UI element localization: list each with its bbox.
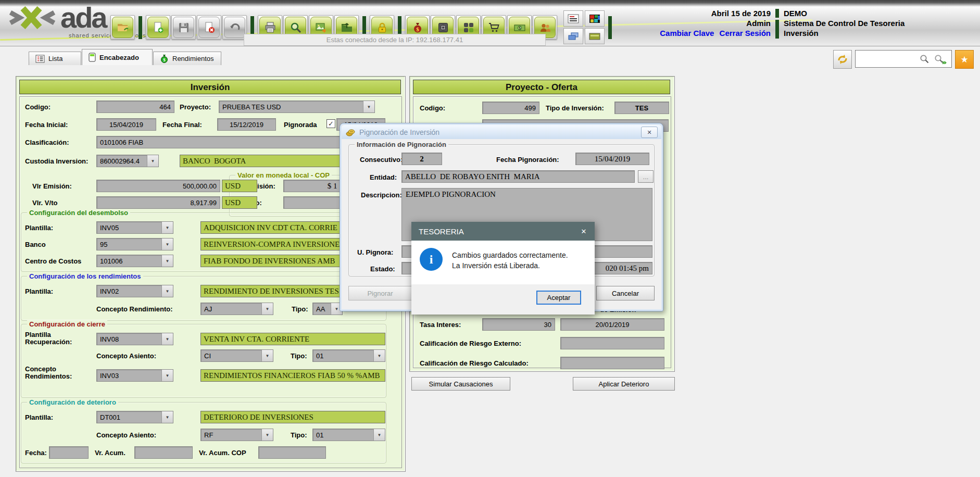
deterioro-concepto-asiento-combo[interactable]: RF▼: [200, 429, 273, 441]
session-right-column: DEMO Sistema De Control De Tesoreria Inv…: [784, 8, 904, 39]
chevron-down-icon[interactable]: ▼: [261, 429, 273, 441]
color-map-button[interactable]: [585, 10, 605, 27]
vr-acum-cop-field[interactable]: [258, 446, 326, 459]
chevron-down-icon[interactable]: ▼: [161, 333, 173, 345]
tab-lista[interactable]: Lista: [29, 52, 81, 65]
messagebox-close-button[interactable]: ✕: [577, 226, 590, 236]
favorite-button[interactable]: ★: [955, 50, 974, 69]
session-divider-bars: [775, 8, 779, 39]
fecha-final-field[interactable]: 15/12/2019: [217, 118, 276, 131]
chevron-down-icon[interactable]: ▼: [261, 303, 273, 315]
fecha-pignoracion-field[interactable]: 15/04/2019: [575, 153, 649, 165]
tasa-interes-field[interactable]: 30: [482, 318, 555, 331]
logout-link[interactable]: Cerrar Sesión: [720, 29, 771, 37]
rendimientos-tipo-combo[interactable]: AA▼: [312, 303, 343, 315]
form-list-icon: [568, 14, 579, 23]
proyecto-combo[interactable]: PRUEBA TES USD▼: [219, 101, 375, 113]
cierre-tipo-combo[interactable]: 01▼: [312, 349, 385, 362]
entidad-browse-button[interactable]: ...: [638, 170, 654, 183]
vr-acum-field[interactable]: [134, 446, 193, 459]
inversion-panel-title: Inversión: [19, 80, 401, 94]
desembolso-group-title: Configuración del desembolso: [27, 209, 130, 217]
open-folder-button[interactable]: [110, 15, 135, 40]
vlr-vto-label: Vlr. V/to: [32, 199, 57, 207]
connection-status: Estas conectado desde la IP: 192.168.177…: [244, 34, 546, 46]
chevron-down-icon[interactable]: ▼: [161, 238, 173, 250]
rendimientos-group-title: Configuración de los rendimientos: [27, 272, 143, 280]
vlr-emision-field[interactable]: 500,000.00: [96, 180, 220, 192]
entidad-field[interactable]: ABELLO DE ROBAYO ENITH MARIA: [401, 170, 635, 183]
chevron-down-icon[interactable]: ▼: [147, 155, 158, 167]
color-map-icon: [589, 14, 600, 23]
custodia-combo[interactable]: 860002964.4▼: [96, 155, 159, 167]
chevron-down-icon[interactable]: ▼: [161, 411, 173, 423]
messagebox-line1: Cambios guardados correctamente.: [452, 250, 568, 260]
riesgo-calculado-label: Calificación de Riesgo Calculado:: [420, 359, 529, 367]
change-password-link[interactable]: Cambiar Clave: [660, 29, 714, 37]
rendimientos-plantilla-combo[interactable]: INV02▼: [96, 285, 173, 297]
form-list-button[interactable]: [563, 10, 583, 27]
cierre-concepto-asiento-combo[interactable]: CI▼: [200, 349, 273, 362]
pignoracion-dialog-titlebar[interactable]: Pignoración de Inversión: [342, 125, 661, 139]
banco-combo[interactable]: 95▼: [96, 238, 173, 250]
pignorada-checkbox[interactable]: ✓: [326, 119, 335, 128]
deterioro-fecha-field[interactable]: [49, 446, 89, 459]
new-document-button[interactable]: [146, 15, 170, 40]
tipo-inversion-label: Tipo de Inversión:: [546, 104, 604, 112]
chevron-down-icon[interactable]: ▼: [161, 370, 173, 381]
session-system: Sistema De Control De Tesoreria: [784, 18, 904, 28]
consecutivo-field[interactable]: 2: [401, 153, 442, 165]
check-icon: ✓: [328, 120, 334, 128]
save-button[interactable]: [171, 15, 196, 40]
chevron-down-icon[interactable]: ▼: [363, 101, 374, 112]
tab-encabezado[interactable]: Encabezado: [82, 49, 153, 65]
chevron-down-icon[interactable]: ▼: [373, 350, 385, 361]
riesgo-externo-field[interactable]: [560, 337, 664, 349]
save-icon: [173, 17, 194, 38]
concepto-rendimiento-combo[interactable]: AJ▼: [200, 303, 273, 315]
simular-causaciones-button[interactable]: Simular Causaciones: [411, 377, 510, 391]
chevron-down-icon[interactable]: ▼: [261, 350, 273, 361]
riesgo-externo-label: Calificación de Riesgo Externo:: [420, 340, 521, 347]
plantilla-recuperacion-combo[interactable]: INV08▼: [96, 333, 173, 345]
concepto-rendimientos-desc: RENDIMIENTOS FINANCIEROS FIAB 50 % %AMB: [200, 369, 385, 382]
deterioro-plantilla-desc: DETERIORO DE INVERSIONES: [200, 411, 385, 423]
pignorar-button[interactable]: Pignorar: [348, 286, 412, 300]
codigo-label: Codigo:: [25, 103, 51, 111]
proyecto-codigo-field[interactable]: 499: [482, 102, 539, 114]
undo-button[interactable]: [222, 15, 247, 40]
window-layers-icon: [568, 32, 579, 41]
aplicar-deterioro-button[interactable]: Aplicar Deterioro: [573, 377, 675, 391]
deterioro-tipo-combo[interactable]: 01▼: [312, 429, 385, 441]
codigo-field[interactable]: 464: [96, 101, 174, 113]
fecha-inicial-label: Fecha Inicial:: [25, 121, 68, 129]
window-layers-button[interactable]: [563, 28, 583, 44]
search-magnifier-icon[interactable]: [920, 54, 929, 64]
deterioro-plantilla-combo[interactable]: DT001▼: [96, 411, 173, 423]
session-user: Admin: [650, 18, 771, 28]
band-button[interactable]: [585, 28, 605, 44]
delete-document-button[interactable]: [197, 15, 221, 40]
tab-rendimientos[interactable]: $ Rendimientos: [153, 52, 221, 65]
chevron-down-icon[interactable]: ▼: [161, 255, 173, 267]
chevron-down-icon[interactable]: ▼: [161, 222, 173, 233]
tab-rendimientos-label: Rendimientos: [172, 55, 214, 62]
chevron-down-icon[interactable]: ▼: [161, 285, 173, 297]
aceptar-button[interactable]: Aceptar: [536, 291, 581, 305]
riesgo-calculado-field[interactable]: [560, 357, 664, 369]
cancelar-button[interactable]: Cancelar: [596, 286, 655, 300]
dialog-close-button[interactable]: ✕: [641, 127, 658, 138]
desembolso-plantilla-combo[interactable]: INV05▼: [96, 221, 173, 234]
search-next-magnifier-icon[interactable]: [934, 54, 947, 64]
tipo-inversion-field[interactable]: TES: [614, 102, 669, 114]
chevron-down-icon[interactable]: ▼: [373, 429, 385, 441]
fecha-inicial-field[interactable]: 15/04/2019: [96, 118, 156, 131]
refresh-button[interactable]: [833, 50, 852, 69]
tesoreria-messagebox-titlebar[interactable]: TESORERIA: [411, 222, 595, 241]
concepto-rendimientos-combo[interactable]: INV03▼: [96, 369, 173, 382]
centro-costos-combo[interactable]: 101006▼: [96, 255, 173, 267]
vlr-vto-field[interactable]: 8,917.99: [96, 196, 220, 209]
vlr-vto-moneda: USD: [222, 196, 257, 209]
tasa-fecha-field[interactable]: 20/01/2019: [560, 318, 664, 331]
desembolso-plantilla-label: Plantilla:: [25, 224, 53, 232]
